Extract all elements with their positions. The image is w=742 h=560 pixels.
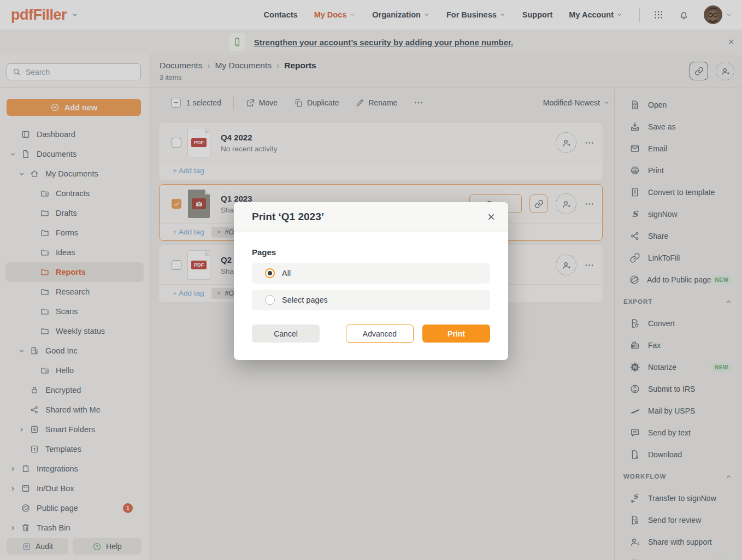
- radio-selected[interactable]: [265, 268, 275, 278]
- close-icon[interactable]: [486, 212, 496, 222]
- print-dialog-title: Print ‘Q1 2023’: [252, 211, 324, 223]
- pages-option-all[interactable]: All: [252, 263, 490, 284]
- pages-option-select-pages[interactable]: Select pages: [252, 290, 490, 310]
- pages-section-label: Pages: [252, 247, 490, 257]
- cancel-button[interactable]: Cancel: [252, 325, 320, 343]
- print-button[interactable]: Print: [422, 325, 490, 343]
- print-dialog: Print ‘Q1 2023’ Pages All Select pages C…: [234, 202, 508, 360]
- radio-unselected[interactable]: [265, 295, 275, 305]
- advanced-button[interactable]: Advanced: [346, 325, 414, 343]
- pdffiller-app: pdfFiller Contacts My Docs Organization …: [0, 0, 742, 560]
